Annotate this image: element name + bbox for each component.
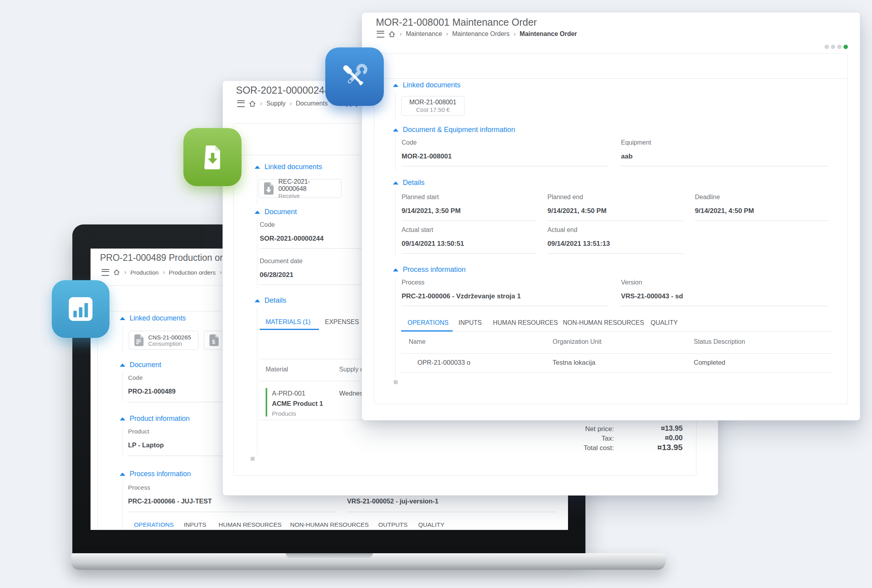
breadcrumb-item-documents[interactable]: Documents: [296, 100, 328, 107]
collapse-icon: [255, 211, 260, 214]
section-header-product-information[interactable]: Product information: [120, 415, 190, 423]
tab-human-resources[interactable]: HUMAN RESOURCES: [493, 319, 558, 326]
section-header-process-information[interactable]: Process information: [120, 470, 191, 478]
field-underline: [402, 166, 608, 166]
code-value[interactable]: SOR-2021-00000244: [260, 235, 324, 243]
section-tree-line: [257, 220, 257, 288]
section-header-label: Linked documents: [130, 314, 186, 322]
status-dots: [825, 45, 848, 49]
collapse-icon: [120, 417, 125, 420]
material-name[interactable]: ACME Product 1: [272, 400, 323, 407]
svg-text:$: $: [212, 339, 215, 345]
total-cost-value: ¤13.95: [617, 443, 683, 452]
column-header-name[interactable]: Name: [409, 338, 426, 345]
factory-icon: [52, 280, 109, 338]
laptop-base-notch: [286, 553, 373, 558]
section-header-process-information[interactable]: Process information: [393, 266, 466, 274]
breadcrumb-item-maintenance[interactable]: Maintenance: [406, 30, 442, 38]
version-value[interactable]: VRS-21-000043 - sd: [621, 292, 683, 300]
menu-icon[interactable]: [377, 31, 384, 38]
breadcrumb-separator: [162, 268, 165, 276]
process-label: Process: [402, 279, 425, 286]
section-header-linked-documents[interactable]: Linked documents: [255, 163, 322, 171]
breadcrumb-item-production-orders[interactable]: Production orders: [169, 269, 215, 276]
gray-dot: [831, 45, 835, 49]
home-icon[interactable]: [388, 30, 396, 38]
section-header-label: Document: [130, 361, 161, 369]
actual-start-label: Actual start: [402, 226, 433, 234]
tab-non-human-resources[interactable]: NON-HUMAN RESOURCES: [563, 319, 644, 326]
planned-end-value[interactable]: 9/14/2021, 4:50 PM: [547, 207, 606, 215]
section-header-label: Process information: [130, 470, 191, 478]
operation-name[interactable]: OPR-21-000033 o: [417, 359, 470, 366]
process-value[interactable]: PRC-21-000066 - JUJ-TEST: [128, 498, 212, 505]
document-date-value[interactable]: 06/28/2021: [260, 271, 293, 279]
section-header-linked-documents[interactable]: Linked documents: [393, 81, 461, 89]
tab-operations[interactable]: OPERATIONS: [134, 521, 174, 528]
linked-document-code: REC-2021-00000648: [278, 178, 336, 192]
breadcrumb-item-supply[interactable]: Supply: [266, 100, 286, 107]
net-price-value: ¤13.95: [617, 424, 683, 433]
tab-quality[interactable]: QUALITY: [418, 521, 444, 528]
home-icon[interactable]: [249, 100, 256, 107]
section-tree-line: [123, 326, 123, 352]
column-header-status-description[interactable]: Status Description: [694, 338, 745, 345]
breadcrumb-separator: [446, 30, 448, 38]
breadcrumb: Production Production orders: [102, 268, 222, 276]
tab-human-resources[interactable]: HUMAN RESOURCES: [219, 521, 281, 528]
breadcrumb-separator: [513, 30, 516, 38]
tab-inputs[interactable]: INPUTS: [184, 521, 206, 528]
actual-end-value[interactable]: 09/14/2021 13:51:13: [547, 240, 610, 248]
planned-start-value[interactable]: 9/14/2021, 3:50 PM: [402, 207, 461, 215]
tab-quality[interactable]: QUALITY: [651, 319, 678, 326]
home-icon[interactable]: [113, 269, 120, 276]
gray-dot: [825, 45, 829, 49]
tab-expenses[interactable]: EXPENSES: [325, 318, 359, 326]
section-header-details[interactable]: Details: [255, 296, 286, 305]
tax-label: Tax:: [549, 435, 614, 443]
code-value[interactable]: PRO-21-000489: [128, 388, 176, 395]
linked-document-card[interactable]: CNS-21-000265 Consumption: [129, 331, 198, 350]
menu-icon[interactable]: [237, 100, 245, 107]
tools-icon: [325, 47, 384, 106]
tab-materials[interactable]: MATERIALS (1): [266, 318, 311, 326]
menu-icon[interactable]: [102, 269, 109, 276]
code-label: Code: [128, 374, 143, 381]
section-header-document[interactable]: Document: [120, 361, 161, 369]
deadline-value[interactable]: 9/14/2021, 4:50 PM: [695, 207, 754, 215]
collapse-icon: [393, 181, 398, 185]
section-tree-line: [395, 190, 396, 257]
tab-non-human-resources[interactable]: NON-HUMAN RESOURCES: [290, 521, 369, 528]
breadcrumb-item-maintenance-orders[interactable]: Maintenance Orders: [452, 30, 510, 38]
breadcrumb-item-production[interactable]: Production: [130, 269, 159, 276]
process-value[interactable]: PRC-21-000006 - Vzdrževanje stroja 1: [402, 292, 521, 300]
tab-operations[interactable]: OPERATIONS: [408, 319, 449, 326]
version-value[interactable]: VRS-21-000052 - juj-version-1: [347, 498, 438, 505]
section-header-linked-documents[interactable]: Linked documents: [120, 314, 186, 322]
section-tree-line: [395, 93, 396, 120]
operation-org-unit[interactable]: Testna lokacija: [553, 359, 595, 366]
material-code[interactable]: A-PRD-001: [272, 390, 305, 397]
column-header-material[interactable]: Material: [266, 366, 288, 373]
linked-document-card[interactable]: MOR-21-008001 Cost 17.50 €: [401, 96, 464, 116]
field-underline: [402, 220, 536, 221]
field-underline: [128, 512, 336, 512]
download-icon: [183, 128, 242, 186]
section-header-details[interactable]: Details: [393, 179, 425, 187]
actual-start-value[interactable]: 09/14/2021 13:50:51: [402, 240, 464, 248]
tab-outputs[interactable]: OUTPUTS: [378, 521, 408, 528]
collapse-icon: [120, 364, 125, 367]
operation-status[interactable]: Completed: [694, 359, 725, 366]
code-value[interactable]: MOR-21-008001: [402, 153, 452, 160]
tab-inputs[interactable]: INPUTS: [459, 319, 482, 326]
section-header-document[interactable]: Document: [255, 208, 297, 216]
tax-value: ¤0.00: [617, 434, 683, 442]
linked-document-card[interactable]: REC-2021-00000648 Receive: [259, 179, 342, 198]
product-value[interactable]: LP - Laptop: [128, 441, 164, 449]
equipment-value[interactable]: aab: [621, 153, 632, 160]
planned-end-label: Planned end: [547, 194, 583, 201]
linked-document-code: MOR-21-008001: [409, 99, 456, 106]
code-label: Code: [260, 221, 275, 228]
section-header-document-equipment[interactable]: Document & Equipment information: [393, 126, 515, 134]
column-header-organization-unit[interactable]: Organization Unit: [553, 338, 602, 345]
